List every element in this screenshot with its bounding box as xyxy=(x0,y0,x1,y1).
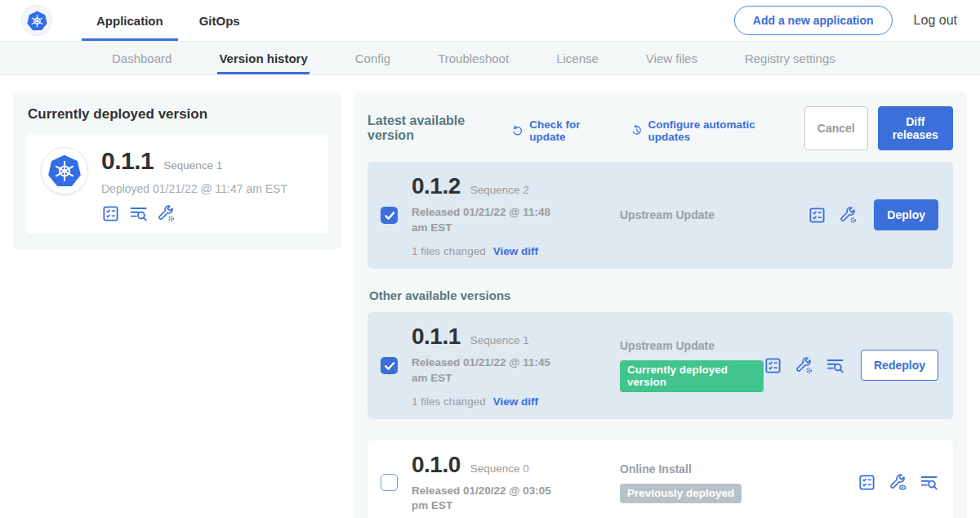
subnav-tab-troubleshoot-label: Troubleshoot xyxy=(438,51,509,65)
cancel-button[interactable]: Cancel xyxy=(804,106,868,150)
released-timestamp: Released 01/21/22 @ 11:48 am EST xyxy=(412,205,568,236)
subnav-tab-version-history-label: Version history xyxy=(219,51,307,65)
deploy-logs-icon[interactable] xyxy=(129,204,148,223)
currently-deployed-panel: Currently deployed version 0.1.1 Sequenc… xyxy=(13,92,341,249)
deployed-version-card: 0.1.1 Sequence 1 Deployed 01/21/22 @ 11:… xyxy=(26,134,328,234)
version-select-checkbox[interactable] xyxy=(381,207,398,224)
currently-deployed-badge: Currently deployed version xyxy=(620,360,764,392)
deploy-button[interactable]: Deploy xyxy=(874,199,938,230)
config-icon[interactable] xyxy=(795,356,813,375)
configure-automatic-updates-label: Configure automatic updates xyxy=(648,118,783,143)
check-for-update-link[interactable]: Check for update xyxy=(511,118,608,143)
tab-application-label: Application xyxy=(96,14,163,28)
config-view-icon[interactable] xyxy=(889,473,907,492)
version-source-label: Online Install xyxy=(620,462,692,476)
released-timestamp: Released 01/20/22 @ 03:05 pm EST xyxy=(412,484,568,515)
logout-link[interactable]: Log out xyxy=(914,13,957,28)
release-notes-icon[interactable] xyxy=(764,356,782,375)
subnav-tab-config-label: Config xyxy=(355,51,390,65)
refresh-icon xyxy=(511,123,524,138)
previously-deployed-badge: Previously deployed xyxy=(620,484,742,503)
subnav-tab-dashboard[interactable]: Dashboard xyxy=(112,42,172,74)
check-for-update-label: Check for update xyxy=(529,118,608,143)
subnav-tab-version-history[interactable]: Version history xyxy=(219,42,307,74)
version-number: 0.1.2 xyxy=(412,173,461,199)
deployed-version-number: 0.1.1 xyxy=(101,147,154,175)
subnav-tab-license-label: License xyxy=(556,51,599,65)
deploy-logs-icon[interactable] xyxy=(920,473,938,492)
subnav-tab-config[interactable]: Config xyxy=(355,42,390,74)
tab-gitops-label: GitOps xyxy=(199,14,240,28)
tab-gitops[interactable]: GitOps xyxy=(185,0,255,41)
top-navbar: Application GitOps Add a new application… xyxy=(0,0,980,41)
deploy-logs-icon[interactable] xyxy=(826,356,844,375)
version-number: 0.1.0 xyxy=(412,452,461,478)
diff-releases-button[interactable]: Diff releases xyxy=(878,106,953,150)
tab-application[interactable]: Application xyxy=(82,0,178,41)
version-select-checkbox[interactable] xyxy=(381,474,398,491)
app-subnav: Dashboard Version history Config Trouble… xyxy=(0,41,980,75)
release-notes-icon[interactable] xyxy=(101,204,120,223)
other-available-versions-heading: Other available versions xyxy=(369,288,953,302)
subnav-tab-license[interactable]: License xyxy=(556,42,599,74)
files-changed-label: 1 files changed xyxy=(412,395,486,408)
release-notes-icon[interactable] xyxy=(858,473,876,492)
subnav-tab-registry-settings-label: Registry settings xyxy=(745,51,835,65)
app-logo-icon xyxy=(41,147,88,194)
view-diff-link[interactable]: View diff xyxy=(493,245,538,257)
configure-automatic-updates-link[interactable]: Configure automatic updates xyxy=(630,118,783,143)
released-timestamp: Released 01/21/22 @ 11:45 am EST xyxy=(412,355,568,386)
subnav-tab-view-files[interactable]: View files xyxy=(646,42,697,74)
add-new-application-button[interactable]: Add a new application xyxy=(734,6,893,35)
version-row-0-1-1: 0.1.1 Sequence 1 Released 01/21/22 @ 11:… xyxy=(368,312,953,419)
version-source-label: Upstream Update xyxy=(620,339,715,352)
currently-deployed-title: Currently deployed version xyxy=(28,106,328,123)
redeploy-button[interactable]: Redeploy xyxy=(861,350,938,381)
version-row-0-1-0: 0.1.0 Sequence 0 Released 01/20/22 @ 03:… xyxy=(368,440,953,518)
subnav-tab-view-files-label: View files xyxy=(646,51,697,65)
version-source-label: Upstream Update xyxy=(620,208,715,221)
deployed-timestamp: Deployed 01/21/22 @ 11:47 am EST xyxy=(101,182,287,195)
version-history-panel: Latest available version Check for updat… xyxy=(354,92,967,518)
schedule-icon xyxy=(630,123,644,138)
version-number: 0.1.1 xyxy=(412,324,461,350)
subnav-tab-dashboard-label: Dashboard xyxy=(112,51,172,65)
deployed-sequence-label: Sequence 1 xyxy=(163,159,222,172)
files-changed-label: 1 files changed xyxy=(412,245,486,257)
config-icon[interactable] xyxy=(839,206,858,225)
kubernetes-logo-icon xyxy=(21,5,52,36)
latest-available-title: Latest available version xyxy=(368,114,498,143)
sequence-label: Sequence 2 xyxy=(470,184,529,196)
sequence-label: Sequence 1 xyxy=(470,334,529,346)
version-row-0-1-2: 0.1.2 Sequence 2 Released 01/21/22 @ 11:… xyxy=(368,162,953,269)
subnav-tab-registry-settings[interactable]: Registry settings xyxy=(745,42,835,74)
app-tabs: Application GitOps xyxy=(82,0,255,41)
sequence-label: Sequence 0 xyxy=(470,462,529,475)
config-icon[interactable] xyxy=(157,204,176,223)
view-diff-link[interactable]: View diff xyxy=(493,395,538,408)
release-notes-icon[interactable] xyxy=(808,206,826,225)
version-select-checkbox[interactable] xyxy=(381,357,398,374)
subnav-tab-troubleshoot[interactable]: Troubleshoot xyxy=(438,42,509,74)
